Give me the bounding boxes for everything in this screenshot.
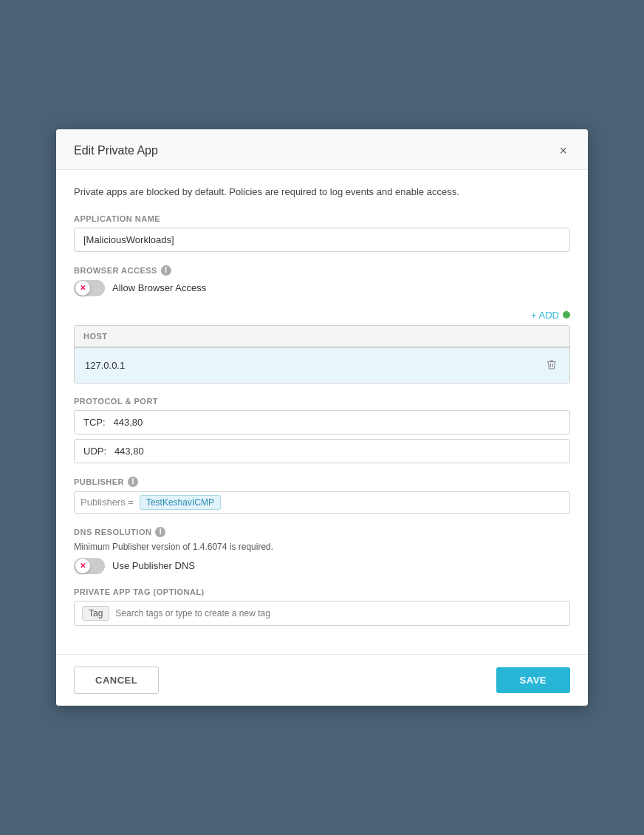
private-app-tag-label: PRIVATE APP TAG (OPTIONAL) — [74, 587, 570, 596]
modal-title: Edit Private App — [74, 144, 158, 157]
svg-rect-1 — [550, 360, 553, 361]
publisher-info-icon[interactable]: i — [128, 477, 138, 487]
add-row: + ADD — [74, 310, 570, 321]
browser-access-label: BROWSER ACCESS i — [74, 265, 570, 276]
tag-badge: Tag — [82, 606, 109, 621]
modal-header: Edit Private App × — [56, 129, 588, 170]
dns-toggle-track[interactable]: ✕ — [74, 558, 105, 574]
browser-access-field-group: BROWSER ACCESS i ✕ Allow Browser Access — [74, 265, 570, 296]
dns-toggle-label: Use Publisher DNS — [112, 560, 195, 571]
tcp-input[interactable] — [74, 410, 570, 434]
publisher-tag: TestKeshavICMP — [140, 495, 221, 510]
private-app-tag-field-group: PRIVATE APP TAG (OPTIONAL) Tag — [74, 587, 570, 626]
browser-access-toggle[interactable]: ✕ — [74, 280, 105, 296]
host-column-header: HOST — [75, 326, 569, 347]
modal-footer: CANCEL SAVE — [56, 654, 588, 706]
svg-rect-0 — [547, 361, 556, 362]
protocol-port-label: PROTOCOL & PORT — [74, 397, 570, 406]
publisher-prefix: Publishers = — [80, 497, 134, 508]
cancel-button[interactable]: CANCEL — [74, 667, 159, 694]
protocol-port-section: PROTOCOL & PORT — [74, 397, 570, 463]
dns-toggle-row: ✕ Use Publisher DNS — [74, 558, 570, 574]
edit-private-app-modal: Edit Private App × Private apps are bloc… — [56, 129, 588, 706]
publisher-label: PUBLISHER i — [74, 477, 570, 487]
udp-input[interactable] — [74, 439, 570, 463]
dns-note: Minimum Publisher version of 1.4.6074 is… — [74, 542, 570, 552]
dns-resolution-field-group: DNS RESOLUTION i Minimum Publisher versi… — [74, 527, 570, 574]
tag-search-input[interactable] — [115, 608, 562, 618]
dns-toggle[interactable]: ✕ — [74, 558, 105, 574]
tag-input-wrapper[interactable]: Tag — [74, 601, 570, 626]
info-text: Private apps are blocked by default. Pol… — [74, 185, 570, 200]
host-table: HOST 127.0.0.1 — [74, 325, 570, 384]
app-name-input[interactable] — [74, 228, 570, 252]
delete-host-button[interactable] — [544, 357, 559, 374]
add-button[interactable]: + ADD — [531, 310, 570, 321]
table-row: 127.0.0.1 — [75, 347, 569, 383]
browser-access-toggle-track[interactable]: ✕ — [74, 280, 105, 296]
app-name-label: APPLICATION NAME — [74, 214, 570, 223]
browser-access-toggle-x: ✕ — [75, 281, 90, 296]
dns-toggle-x: ✕ — [75, 559, 90, 573]
publisher-field-group: PUBLISHER i Publishers = TestKeshavICMP — [74, 477, 570, 514]
browser-access-info-icon[interactable]: i — [161, 265, 171, 276]
add-dot-icon — [563, 311, 570, 318]
modal-body: Private apps are blocked by default. Pol… — [56, 170, 588, 654]
dns-info-icon[interactable]: i — [155, 527, 165, 537]
close-button[interactable]: × — [556, 143, 570, 159]
app-name-field-group: APPLICATION NAME — [74, 214, 570, 252]
save-button[interactable]: SAVE — [496, 667, 570, 693]
publisher-input-wrapper[interactable]: Publishers = TestKeshavICMP — [74, 491, 570, 514]
browser-access-toggle-label: Allow Browser Access — [112, 282, 206, 293]
host-ip-value: 127.0.0.1 — [85, 360, 125, 371]
browser-access-toggle-row: ✕ Allow Browser Access — [74, 280, 570, 296]
modal-overlay: Edit Private App × Private apps are bloc… — [0, 0, 644, 835]
dns-resolution-label: DNS RESOLUTION i — [74, 527, 570, 537]
